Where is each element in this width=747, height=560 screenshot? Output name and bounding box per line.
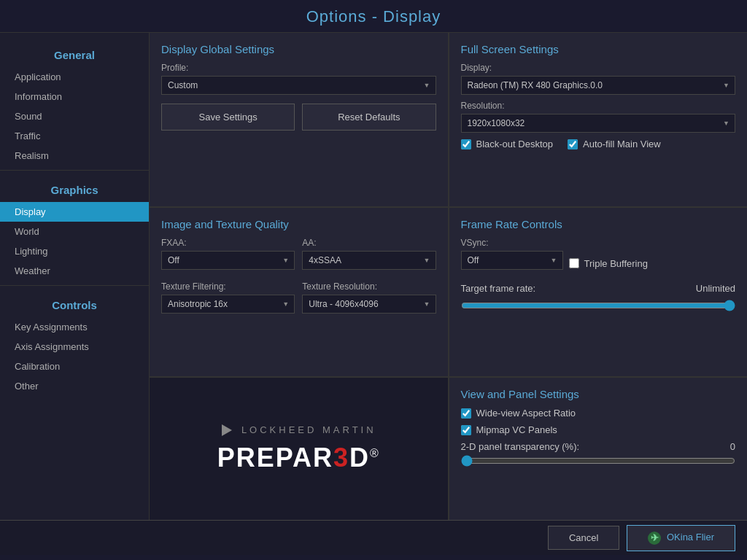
ok-button[interactable]: ✈ OKina Flier — [627, 525, 735, 551]
display-select-wrapper: Radeon (TM) RX 480 Graphics.0.0 — [461, 76, 736, 95]
profile-select[interactable]: Custom High Medium Low — [161, 76, 436, 95]
autofill-checkbox[interactable] — [568, 139, 578, 149]
page-title: Options - Display — [0, 0, 747, 33]
lm-logo-text: LOCKHEED MARTIN — [241, 424, 376, 435]
texture-filtering-group: Texture Filtering: Anisotropic 16x Aniso… — [161, 281, 295, 319]
save-settings-button[interactable]: Save Settings — [161, 104, 295, 131]
sidebar-item-application[interactable]: Application — [0, 67, 149, 87]
display-label: Display: — [461, 63, 736, 73]
lm-logo: LOCKHEED MARTIN — [221, 424, 376, 435]
transparency-slider[interactable] — [461, 455, 736, 467]
resolution-label: Resolution: — [461, 101, 736, 111]
sidebar-general-title: General — [0, 40, 149, 67]
aa-group: AA: 4xSSAA 2xSSAA Off — [302, 238, 436, 276]
sidebar-item-calibration[interactable]: Calibration — [0, 357, 149, 376]
main-layout: General Application Information Sound Tr… — [0, 33, 747, 520]
fxaa-select-wrapper: Off On — [161, 251, 295, 270]
prepar3d-text: PREPAR3D — [217, 443, 370, 472]
frame-rate-title: Frame Rate Controls — [461, 218, 736, 230]
frame-rate-slider[interactable] — [461, 300, 736, 311]
autofill-label: Auto-fill Main View — [583, 139, 661, 149]
profile-select-wrapper: Custom High Medium Low — [161, 76, 436, 95]
texture-row: Texture Filtering: Anisotropic 16x Aniso… — [161, 281, 436, 319]
image-texture-panel: Image and Texture Quality FXAA: Off On A… — [150, 208, 448, 376]
frame-rate-panel: Frame Rate Controls VSync: Off On Triple… — [449, 208, 748, 376]
sidebar-divider-2 — [0, 285, 149, 286]
vsync-row: Off On Triple Buffering — [461, 251, 736, 276]
full-screen-title: Full Screen Settings — [461, 43, 736, 55]
wideview-row[interactable]: Wide-view Aspect Ratio — [461, 408, 736, 419]
blackout-label: Black-out Desktop — [476, 139, 554, 149]
mipmap-checkbox[interactable] — [461, 425, 471, 435]
sidebar-item-realism[interactable]: Realism — [0, 146, 149, 166]
texture-resolution-select[interactable]: Ultra - 4096x4096 High - 2048x2048 Mediu… — [302, 295, 436, 314]
prepar3d-logo: PREPAR3D® — [217, 443, 380, 473]
vsync-label: VSync: — [461, 238, 736, 248]
sidebar-item-information[interactable]: Information — [0, 87, 149, 106]
wideview-label: Wide-view Aspect Ratio — [476, 408, 576, 419]
sidebar-item-display[interactable]: Display — [0, 202, 149, 222]
btn-row: Save Settings Reset Defaults — [161, 104, 436, 131]
registered-mark: ® — [370, 447, 380, 459]
aa-select[interactable]: 4xSSAA 2xSSAA Off — [302, 251, 436, 270]
title-text: Options - Display — [306, 7, 441, 26]
mipmap-row[interactable]: Mipmap VC Panels — [461, 424, 736, 435]
cancel-button[interactable]: Cancel — [548, 526, 619, 550]
texture-resolution-group: Texture Resolution: Ultra - 4096x4096 Hi… — [302, 281, 436, 319]
triple-buffering-checkbox[interactable] — [569, 258, 579, 268]
view-panel: View and Panel Settings Wide-view Aspect… — [449, 378, 748, 520]
texture-resolution-label: Texture Resolution: — [302, 281, 436, 292]
aa-label: AA: — [302, 238, 436, 248]
transparency-value: 0 — [730, 441, 735, 452]
texture-filtering-select[interactable]: Anisotropic 16x Anisotropic 8x Bilinear — [161, 295, 295, 314]
texture-resolution-select-wrapper: Ultra - 4096x4096 High - 2048x2048 Mediu… — [302, 295, 436, 314]
sidebar-divider-1 — [0, 170, 149, 171]
target-frame-value: Unlimited — [696, 283, 735, 294]
triple-buffering-row[interactable]: Triple Buffering — [569, 258, 648, 269]
vsync-select[interactable]: Off On — [461, 251, 563, 270]
display-global-title: Display Global Settings — [161, 43, 436, 55]
resolution-select[interactable]: 1920x1080x32 — [461, 114, 736, 133]
content-area: Display Global Settings Profile: Custom … — [150, 33, 747, 520]
sidebar-item-lighting[interactable]: Lighting — [0, 241, 149, 261]
blackout-checkbox[interactable] — [461, 139, 471, 149]
sidebar-item-weather[interactable]: Weather — [0, 261, 149, 281]
sidebar-controls-title: Controls — [0, 290, 149, 317]
transparency-label: 2-D panel transparency (%): — [461, 441, 580, 452]
sidebar-graphics-title: Graphics — [0, 175, 149, 202]
image-texture-title: Image and Texture Quality — [161, 218, 436, 230]
display-select[interactable]: Radeon (TM) RX 480 Graphics.0.0 — [461, 76, 736, 95]
fxaa-group: FXAA: Off On — [161, 238, 295, 276]
vsync-select-wrapper: Off On — [461, 251, 563, 270]
display-global-panel: Display Global Settings Profile: Custom … — [150, 33, 448, 206]
triple-buffering-label: Triple Buffering — [584, 258, 648, 269]
sidebar-item-traffic[interactable]: Traffic — [0, 126, 149, 146]
autofill-checkbox-row[interactable]: Auto-fill Main View — [568, 139, 661, 149]
fxaa-label: FXAA: — [161, 238, 295, 248]
reset-defaults-button[interactable]: Reset Defaults — [302, 104, 436, 131]
bottom-bar: Cancel ✈ OKina Flier — [0, 520, 747, 555]
profile-label: Profile: — [161, 63, 436, 73]
sidebar: General Application Information Sound Tr… — [0, 33, 150, 520]
fxaa-aa-row: FXAA: Off On AA: 4xSSAA 2xSSAA — [161, 238, 436, 276]
fxaa-select[interactable]: Off On — [161, 251, 295, 270]
sidebar-item-sound[interactable]: Sound — [0, 106, 149, 126]
sidebar-item-other[interactable]: Other — [0, 376, 149, 396]
texture-filtering-select-wrapper: Anisotropic 16x Anisotropic 8x Bilinear — [161, 295, 295, 314]
sidebar-item-world[interactable]: World — [0, 222, 149, 241]
transparency-label-row: 2-D panel transparency (%): 0 — [461, 441, 736, 452]
ok-icon: ✈ — [648, 532, 661, 545]
lm-arrow-icon — [222, 424, 232, 436]
view-panel-title: View and Panel Settings — [461, 388, 736, 400]
ok-label: OKina Flier — [667, 532, 714, 542]
full-screen-panel: Full Screen Settings Display: Radeon (TM… — [449, 33, 748, 206]
sidebar-item-axis-assignments[interactable]: Axis Assignments — [0, 337, 149, 357]
target-frame-row: Target frame rate: Unlimited — [461, 283, 736, 294]
blackout-checkbox-row[interactable]: Black-out Desktop — [461, 139, 554, 149]
wideview-checkbox[interactable] — [461, 408, 471, 419]
mipmap-label: Mipmap VC Panels — [476, 424, 557, 435]
texture-filtering-label: Texture Filtering: — [161, 281, 295, 292]
resolution-select-wrapper: 1920x1080x32 — [461, 114, 736, 133]
sidebar-item-key-assignments[interactable]: Key Assignments — [0, 317, 149, 337]
target-frame-label: Target frame rate: — [461, 283, 536, 294]
